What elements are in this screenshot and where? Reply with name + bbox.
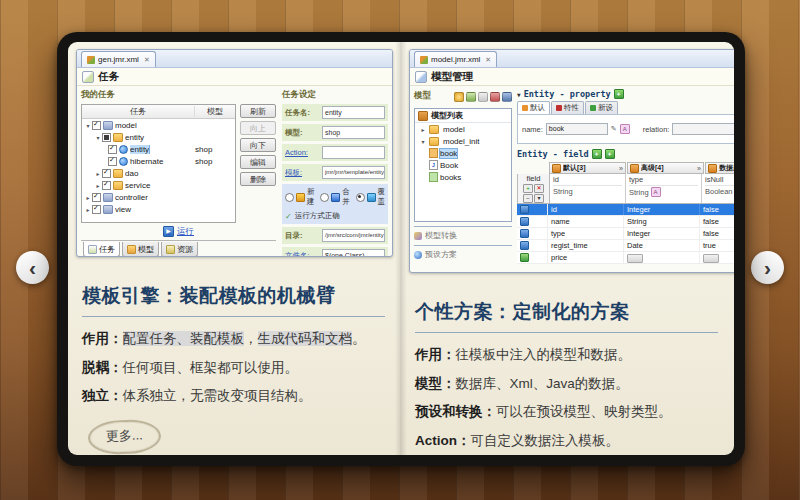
subcol-id[interactable]: idString <box>550 174 626 204</box>
section-preset-plan[interactable]: 预设方案 <box>414 245 512 260</box>
folder-icon <box>429 125 439 134</box>
expander-icon[interactable] <box>94 182 102 189</box>
value-button[interactable] <box>627 254 643 263</box>
expander-icon[interactable] <box>419 138 427 145</box>
subcol-type[interactable]: typeStringA <box>626 174 702 204</box>
expander-icon[interactable] <box>94 170 102 177</box>
bottom-tab-tasks[interactable]: 任务 <box>83 242 120 257</box>
relation-input[interactable] <box>672 123 734 135</box>
expand-group-icon[interactable]: » <box>619 165 623 172</box>
radio-merge[interactable] <box>320 193 329 202</box>
expander-icon[interactable] <box>84 206 92 213</box>
checkbox[interactable] <box>108 157 117 166</box>
template-link[interactable]: 模板: <box>285 168 319 178</box>
name-input[interactable]: book <box>546 123 608 135</box>
tree-row-model[interactable]: model <box>82 119 235 131</box>
field-row-price[interactable]: price <box>517 252 734 264</box>
model-tree-item-books[interactable]: books <box>415 171 511 183</box>
radio-new[interactable] <box>285 193 294 202</box>
delete-button[interactable]: 删除 <box>240 172 276 186</box>
help-icon[interactable] <box>454 92 464 102</box>
value-button[interactable] <box>703 254 719 263</box>
run-link[interactable]: ▶ 运行 <box>81 225 276 238</box>
tab-model-jmr-xml[interactable]: model.jmr.xml ✕ <box>414 51 497 67</box>
action-input[interactable] <box>322 146 385 159</box>
add-row-icon[interactable]: + <box>523 184 533 193</box>
checkbox[interactable] <box>102 133 111 142</box>
checkbox[interactable] <box>92 205 101 214</box>
collapse-caret-icon[interactable]: ▼ <box>517 91 521 98</box>
model-tree-item-model[interactable]: model <box>415 123 511 135</box>
section-model-transform[interactable]: 模型转换 <box>414 226 512 241</box>
task-name-input[interactable]: entity <box>322 106 385 119</box>
bottom-tab-models[interactable]: 模型 <box>122 242 159 257</box>
move-down-button[interactable]: 向下 <box>240 138 276 152</box>
tab-gen-jmr-xml[interactable]: gen.jmr.xml ✕ <box>81 51 156 67</box>
col-header-model[interactable]: 模型 <box>194 106 235 117</box>
checkbox[interactable] <box>102 169 111 178</box>
sort-icon[interactable] <box>502 92 512 102</box>
minus-icon[interactable]: − <box>523 194 533 203</box>
checkbox[interactable] <box>92 121 101 130</box>
checkbox[interactable] <box>92 193 101 202</box>
add-field-group-icon[interactable]: + <box>605 149 615 159</box>
subcol-isnull[interactable]: isNullBoolean <box>702 174 734 204</box>
edit-pencil-icon[interactable]: ✎ <box>611 125 617 133</box>
action-link[interactable]: Action: <box>285 148 319 157</box>
delete-model-icon[interactable] <box>490 92 500 102</box>
radio-overwrite[interactable] <box>356 193 365 202</box>
model-tree-item-book[interactable]: book <box>415 147 511 159</box>
property-tab-new[interactable]: 新设 <box>585 101 618 114</box>
model-list-title: 模型列表 <box>431 110 463 121</box>
prev-page-button[interactable]: ‹ <box>16 251 49 284</box>
add-property-icon[interactable]: + <box>614 89 624 99</box>
tree-row-entity-folder[interactable]: entity <box>82 131 235 143</box>
string-type-icon[interactable]: A <box>620 124 630 134</box>
right-bullet-1: 作用：往模板中注入的模型和数据。 <box>415 346 722 364</box>
group-header-default[interactable]: 默认[3]» <box>549 162 626 174</box>
close-tab-icon[interactable]: ✕ <box>144 56 150 64</box>
tab-label: gen.jmr.xml <box>98 55 139 64</box>
tree-row-view[interactable]: view <box>82 203 235 215</box>
expander-icon[interactable] <box>419 126 427 133</box>
expander-icon[interactable] <box>84 122 92 129</box>
model-tree-item-Book[interactable]: J Book <box>415 159 511 171</box>
next-page-button[interactable]: › <box>751 251 784 284</box>
model-tree-item-model-init[interactable]: model_init <box>415 135 511 147</box>
tree-row-controller[interactable]: controller <box>82 191 235 203</box>
add-field-icon[interactable]: + <box>592 149 602 159</box>
refresh-button[interactable]: 刷新 <box>240 104 276 118</box>
checkbox[interactable] <box>108 145 117 154</box>
field-row-type[interactable]: type Integer false false <box>517 228 734 240</box>
expander-icon[interactable] <box>84 194 92 201</box>
checkbox[interactable] <box>102 181 111 190</box>
col-header-task[interactable]: 任务 <box>82 106 194 117</box>
filename-input[interactable]: $(one.Class) <box>322 249 385 257</box>
property-tab-default[interactable]: 默认 <box>517 101 550 114</box>
collapse-all-icon[interactable] <box>478 92 488 102</box>
group-header-database[interactable]: 数据库[4]» <box>705 162 734 174</box>
field-row-id[interactable]: id Integer false true <box>517 204 734 216</box>
add-model-icon[interactable] <box>466 92 476 102</box>
remove-row-icon[interactable]: ✕ <box>534 184 544 193</box>
move-up-button[interactable]: 向上 <box>240 121 276 135</box>
template-input[interactable]: jmr/jmr/template/entity.java.jsl <box>322 166 385 179</box>
edit-button[interactable]: 编辑 <box>240 155 276 169</box>
model-input[interactable]: shop <box>322 126 385 139</box>
close-tab-icon[interactable]: ✕ <box>485 56 491 64</box>
tree-row-entity-task[interactable]: entityshop <box>82 143 235 155</box>
tree-row-dao[interactable]: dao <box>82 167 235 179</box>
dropdown-icon[interactable]: ▾ <box>534 194 544 203</box>
tree-row-hibernate-task[interactable]: hibernateshop <box>82 155 235 167</box>
filename-link[interactable]: 文件名: <box>285 251 319 258</box>
group-header-advanced[interactable]: 高级[4]» <box>627 162 704 174</box>
field-row-name[interactable]: name String false false <box>517 216 734 228</box>
property-tab-traits[interactable]: 特性 <box>551 101 584 114</box>
tree-row-service[interactable]: service <box>82 179 235 191</box>
field-row-regist-time[interactable]: regist_time Date true false <box>517 240 734 252</box>
bottom-tab-resources[interactable]: 资源 <box>161 242 198 257</box>
directory-input[interactable]: /jmr/src/com/jmr/entity <box>322 229 385 242</box>
expander-icon[interactable] <box>94 134 102 141</box>
expand-group-icon[interactable]: » <box>697 165 701 172</box>
left-more-button[interactable]: 更多... <box>87 418 161 455</box>
